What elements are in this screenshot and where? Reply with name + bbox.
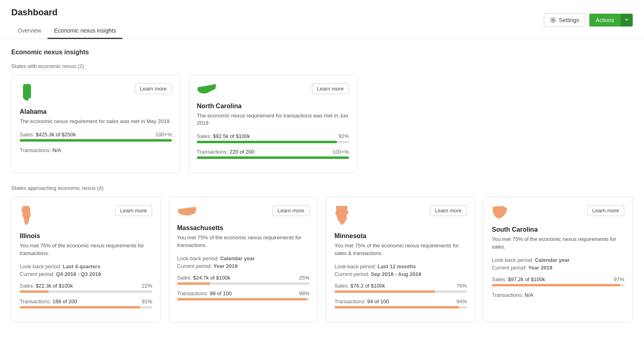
current-period-row: Current period: Sep 2018 - Aug 2019 [334, 271, 467, 277]
gear-icon [550, 17, 556, 23]
header-left: Dashboard Overview Economic nexus insigh… [11, 7, 122, 39]
sales-progress-fill [197, 141, 337, 143]
sales-progress-fill [20, 290, 49, 293]
state-name: Minnesota [334, 232, 467, 240]
card-header: Learn more [177, 205, 310, 219]
transactions-row: Transactions: N/A [492, 292, 624, 298]
states-with-nexus-title: States with economic nexus (2) [11, 63, 633, 69]
sales-progress-fill [492, 284, 620, 286]
sales-progress-bg [20, 139, 172, 142]
card-header: Learn more [20, 83, 172, 103]
learn-more-button[interactable]: Learn more [272, 205, 310, 216]
state-description: You met 75% of the economic nexus requir… [20, 242, 152, 257]
learn-more-button[interactable]: Learn more [135, 83, 172, 94]
state-description: The economic nexus requirement for trans… [197, 112, 349, 127]
transactions-progress-fill [20, 306, 140, 309]
state-icon [197, 83, 217, 97]
state-icon [334, 205, 349, 227]
sales-row: Sales: $76.2 of $100k 76% [334, 283, 467, 289]
state-name: Massachusetts [177, 224, 310, 232]
chevron-down-icon [625, 18, 629, 22]
settings-button[interactable]: Settings [544, 13, 585, 27]
transactions-row: Transactions: 94 of 100 94% [334, 298, 467, 304]
state-icon [20, 205, 32, 227]
card-alabama: Learn more Alabama The economic nexus re… [11, 75, 180, 173]
state-icon [177, 205, 197, 219]
tabs: Overview Economic nexus insights [11, 23, 122, 39]
lookback-row: Look-back period: Calendar year [177, 255, 310, 261]
transactions-row: Transactions: 98 of 100 98% [177, 290, 310, 296]
lookback-row: Look-back period: Last 4 quarters [20, 263, 152, 269]
header-right: Settings Actions [544, 13, 633, 33]
card-north-carolina: Learn more North Carolina The economic n… [188, 75, 357, 173]
transactions-progress-fill [197, 156, 349, 159]
sales-row: Sales: $24.7k of $100k 25% [177, 275, 310, 281]
sales-progress-fill [334, 290, 435, 293]
learn-more-button[interactable]: Learn more [115, 205, 152, 216]
actions-button-group: Actions [589, 14, 633, 27]
card-minnesota: Learn more Minnesota You met 75% of the … [326, 197, 475, 322]
state-name: North Carolina [197, 103, 349, 110]
state-description: You met 75% of the economic nexus requir… [492, 236, 624, 250]
learn-more-button[interactable]: Learn more [430, 205, 467, 216]
lookback-row: Look-back period: Calendar year [492, 257, 624, 263]
card-header: Learn more [334, 205, 467, 227]
current-period-row: Current period: Q4 2018 - Q3 2019 [20, 271, 152, 277]
lookback-row: Look-back period: Last 12 months [334, 263, 467, 269]
sales-progress-bg [334, 290, 467, 293]
svg-point-0 [552, 19, 554, 21]
sales-row: Sales: $92.5k of $100k 92% [197, 133, 349, 139]
card-header: Learn more [197, 83, 349, 97]
settings-label: Settings [559, 17, 579, 23]
sales-row: Sales: $22.3k of $100k 22% [20, 283, 152, 289]
sales-progress-fill [20, 139, 172, 142]
transactions-progress-bg [197, 156, 349, 159]
learn-more-button[interactable]: Learn more [587, 205, 624, 216]
transactions-row: Transactions: 188 of 200 91% [20, 298, 152, 304]
card-illinois: Learn more Illinois You met 75% of the e… [11, 197, 161, 322]
page-wrapper: Dashboard Overview Economic nexus insigh… [0, 0, 644, 362]
state-name: Illinois [20, 232, 152, 240]
state-name: Alabama [20, 108, 172, 115]
state-description: The economic nexus requirement for sales… [20, 118, 172, 125]
states-with-nexus-cards: Learn more Alabama The economic nexus re… [11, 75, 633, 173]
transactions-row: Transactions: 220 of 200 100+% [197, 149, 349, 155]
card-header: Learn more [492, 205, 624, 220]
learn-more-button[interactable]: Learn more [312, 83, 349, 94]
sales-progress-bg [197, 141, 349, 143]
header: Dashboard Overview Economic nexus insigh… [0, 0, 644, 39]
tab-economic-nexus[interactable]: Economic nexus insights [47, 23, 122, 39]
sales-progress-bg [177, 282, 310, 285]
card-massachusetts: Learn more Massachusetts You met 75% of … [169, 197, 318, 322]
state-description: You met 75% of the economic nexus requir… [177, 234, 310, 249]
transactions-progress-bg [20, 306, 152, 309]
section-title: Economic nexus insights [11, 49, 633, 56]
actions-main-button[interactable]: Actions [589, 14, 621, 27]
transactions-row: Transactions: N/A [20, 147, 172, 153]
sales-row: Sales: $425.3k of $250k 100+% [20, 132, 172, 138]
transactions-progress-fill [177, 298, 307, 300]
states-approaching-title: States approaching economic nexus (4) [11, 185, 633, 191]
state-icon [492, 205, 508, 220]
card-header: Learn more [20, 205, 152, 227]
state-icon [20, 83, 34, 103]
sales-row: Sales: $97.2k of $100k 97% [492, 276, 624, 282]
current-period-row: Current period: Year 2019 [492, 265, 624, 271]
transactions-progress-bg [177, 298, 310, 300]
sales-progress-fill [177, 282, 210, 285]
sales-progress-bg [20, 290, 152, 293]
actions-dropdown-button[interactable] [621, 14, 633, 27]
page-title: Dashboard [11, 7, 122, 18]
card-south-carolina: Learn more South Carolina You met 75% of… [483, 197, 633, 322]
states-approaching-cards: Learn more Illinois You met 75% of the e… [11, 197, 633, 322]
state-name: South Carolina [492, 226, 624, 233]
content: Economic nexus insights States with econ… [0, 39, 644, 344]
current-period-row: Current period: Year 2019 [177, 263, 310, 269]
sales-progress-bg [492, 284, 624, 286]
state-description: You met 75% of the economic nexus requir… [334, 242, 467, 257]
tab-overview[interactable]: Overview [11, 23, 47, 39]
transactions-progress-fill [334, 306, 459, 309]
transactions-progress-bg [334, 306, 467, 309]
